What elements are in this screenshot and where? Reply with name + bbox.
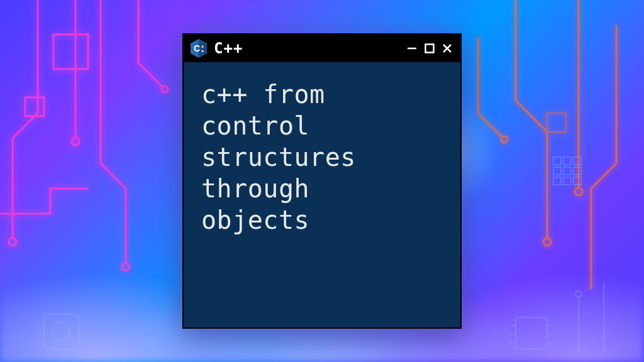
svg-rect-0: [53, 35, 88, 69]
svg-rect-14: [564, 167, 571, 175]
cpp-hexagon-icon: C + +: [190, 38, 208, 58]
svg-text:C: C: [194, 43, 200, 53]
svg-rect-15: [574, 167, 581, 175]
svg-point-5: [162, 86, 168, 92]
minimize-button[interactable]: [405, 41, 419, 55]
terminal-window: C + + C++ c++ from control structures th…: [182, 33, 462, 329]
window-content: c++ from control structures through obje…: [184, 62, 460, 327]
svg-rect-1: [25, 97, 44, 116]
svg-text:+: +: [201, 45, 204, 49]
svg-rect-18: [574, 177, 581, 185]
svg-rect-11: [564, 157, 571, 165]
window-controls: [405, 41, 454, 55]
window-title: C++: [214, 40, 399, 57]
svg-rect-12: [574, 157, 581, 165]
svg-rect-10: [553, 157, 561, 165]
svg-rect-6: [547, 113, 566, 132]
body-text: c++ from control structures through obje…: [201, 79, 443, 236]
svg-rect-17: [564, 177, 571, 185]
svg-point-2: [72, 138, 79, 145]
svg-rect-13: [553, 167, 561, 175]
svg-rect-16: [553, 177, 561, 185]
svg-text:+: +: [201, 49, 204, 53]
close-button[interactable]: [440, 41, 454, 55]
svg-rect-29: [426, 45, 434, 53]
maximize-button[interactable]: [423, 41, 436, 55]
titlebar: C + + C++: [184, 35, 460, 62]
